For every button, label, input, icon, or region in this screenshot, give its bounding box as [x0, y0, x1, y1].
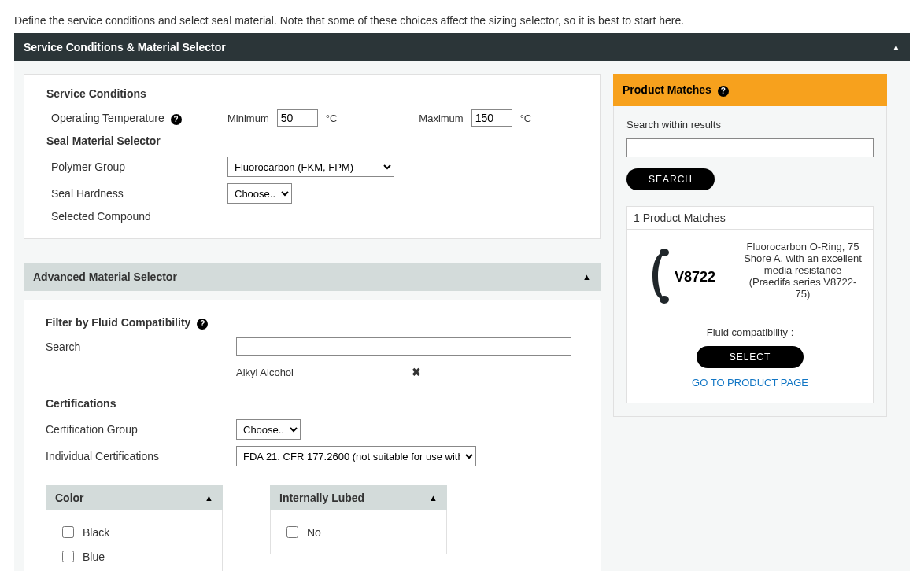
- select-product-button[interactable]: SELECT: [697, 346, 804, 368]
- min-unit: °C: [326, 112, 338, 124]
- color-checkbox[interactable]: [62, 551, 74, 562]
- color-facet-header[interactable]: Color ▲: [46, 485, 223, 510]
- color-facet-title: Color: [55, 492, 84, 504]
- matches-count: 1 Product Matches: [626, 206, 874, 230]
- max-temp-input[interactable]: [471, 109, 512, 127]
- selected-compound-label: Selected Compound: [46, 210, 227, 223]
- fluid-chip: Alkyl Alcohol: [236, 367, 294, 378]
- maximum-label: Maximum: [419, 112, 463, 124]
- search-within-label: Search within results: [626, 119, 874, 131]
- lubed-facet-title: Internally Lubed: [279, 492, 364, 504]
- search-within-input[interactable]: [626, 138, 874, 157]
- minimum-label: Minimum: [227, 112, 269, 124]
- lubed-checkbox[interactable]: [286, 526, 298, 538]
- advanced-title: Advanced Material Selector: [33, 271, 177, 283]
- remove-chip-icon[interactable]: ✖: [412, 366, 421, 378]
- product-matches-title: Product Matches: [623, 83, 711, 96]
- color-checkbox[interactable]: [62, 526, 74, 538]
- go-to-product-link[interactable]: GO TO PRODUCT PAGE: [692, 377, 808, 389]
- service-conditions-heading: Service Conditions: [46, 87, 587, 100]
- product-description: Fluorocarbon O-Ring, 75 Shore A, with an…: [742, 241, 863, 300]
- main-panel-title: Service Conditions & Material Selector: [24, 41, 226, 53]
- help-icon[interactable]: ?: [171, 114, 182, 125]
- max-unit: °C: [520, 112, 532, 124]
- operating-temp-label: Operating Temperature: [51, 112, 164, 124]
- service-conditions-card: Service Conditions Operating Temperature…: [24, 74, 601, 239]
- polymer-group-label: Polymer Group: [46, 160, 227, 173]
- lubed-facet-header[interactable]: Internally Lubed ▲: [270, 485, 447, 510]
- lubed-option[interactable]: No: [282, 520, 435, 544]
- seal-material-heading: Seal Material Selector: [46, 134, 587, 147]
- product-image: V8722: [637, 241, 731, 314]
- color-facet: Color ▲ Black Blue: [46, 485, 223, 571]
- help-icon[interactable]: ?: [718, 86, 729, 97]
- advanced-header[interactable]: Advanced Material Selector ▲: [24, 263, 601, 291]
- cert-group-select[interactable]: Choose...: [236, 419, 301, 440]
- certifications-heading: Certifications: [46, 397, 588, 410]
- svg-point-1: [660, 296, 669, 304]
- color-option[interactable]: Blue: [57, 544, 211, 569]
- chevron-up-icon: ▲: [892, 42, 900, 52]
- seal-hardness-select[interactable]: Choose...: [227, 183, 292, 204]
- help-icon[interactable]: ?: [197, 319, 208, 330]
- lubed-option-label: No: [307, 526, 321, 539]
- fluid-search-label: Search: [46, 341, 236, 353]
- polymer-group-select[interactable]: Fluorocarbon (FKM, FPM): [227, 157, 394, 177]
- svg-text:V8722: V8722: [675, 269, 715, 285]
- product-match-card: V8722 Fluorocarbon O-Ring, 75 Shore A, w…: [626, 230, 874, 403]
- chevron-up-icon: ▲: [205, 493, 213, 503]
- fluid-search-input[interactable]: [236, 337, 571, 356]
- intro-text: Define the service conditions and select…: [14, 14, 910, 27]
- individual-cert-select[interactable]: FDA 21. CFR 177.2600 (not suitable for u…: [236, 446, 476, 466]
- individual-cert-label: Individual Certifications: [46, 450, 236, 462]
- chevron-up-icon: ▲: [582, 272, 591, 282]
- product-matches-header: Product Matches ?: [613, 74, 887, 106]
- seal-hardness-label: Seal Hardness: [46, 187, 227, 200]
- color-option-label: Black: [83, 526, 109, 539]
- chevron-up-icon: ▲: [429, 493, 438, 503]
- color-option-label: Blue: [83, 551, 105, 563]
- cert-group-label: Certification Group: [46, 423, 236, 436]
- svg-point-0: [660, 249, 669, 256]
- main-panel-header[interactable]: Service Conditions & Material Selector ▲: [14, 33, 910, 61]
- filter-fluid-heading: Filter by Fluid Compatibility: [46, 316, 190, 329]
- color-option[interactable]: Black: [57, 520, 211, 544]
- search-button[interactable]: SEARCH: [626, 168, 715, 190]
- fluid-compat-label: Fluid compatibility :: [637, 326, 863, 338]
- min-temp-input[interactable]: [277, 109, 318, 127]
- lubed-facet: Internally Lubed ▲ No: [270, 485, 447, 571]
